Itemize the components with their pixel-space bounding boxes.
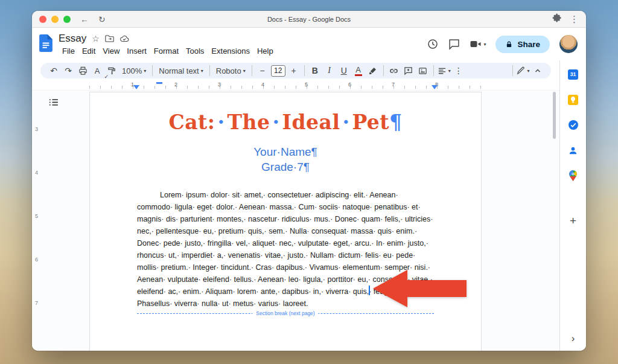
star-icon[interactable]: ☆ (92, 34, 100, 43)
tasks-icon[interactable] (568, 120, 579, 130)
menu-format[interactable]: Format (150, 46, 182, 56)
font-size-input[interactable]: 12 (271, 65, 285, 77)
maps-icon[interactable] (568, 170, 579, 181)
formatting-mark-dot: · (340, 110, 352, 134)
extensions-puzzle-icon[interactable] (552, 13, 562, 25)
browser-window: ← ↻ Docs - Essay - Google Docs ⋮ (32, 11, 586, 351)
vertical-scrollbar[interactable] (553, 92, 556, 139)
contacts-icon[interactable] (568, 145, 579, 156)
document-canvas: 3 4 5 6 7 Cat:·The·Ideal·Pet¶ Your·Name¶… (32, 91, 559, 351)
ruler-ticks (89, 86, 482, 89)
minimize-window-button[interactable] (51, 16, 59, 23)
comments-icon[interactable] (448, 39, 460, 50)
highlight-color-icon[interactable] (366, 63, 380, 78)
text-color-bar (355, 74, 362, 76)
zoom-window-button[interactable] (63, 16, 71, 23)
add-app-icon[interactable]: + (570, 215, 576, 226)
account-avatar[interactable] (559, 35, 578, 53)
menu-insert[interactable]: Insert (123, 46, 150, 56)
document-outline-icon[interactable] (49, 98, 59, 109)
section-break: Section break (next page) (137, 313, 434, 314)
menu-file[interactable]: File (59, 46, 78, 56)
formatting-mark-dot: · (270, 110, 282, 134)
menu-bar: File Edit View Insert Format Tools Exten… (59, 46, 277, 56)
toolbar-row: ↶ ↷ A ✓ 100% (32, 60, 559, 81)
formatting-mark-dot: · (215, 110, 227, 134)
print-icon[interactable] (75, 63, 90, 78)
menu-edit[interactable]: Edit (78, 46, 99, 56)
insert-link-icon[interactable] (387, 63, 401, 78)
decrease-font-size-icon[interactable]: − (255, 63, 270, 78)
text-cursor (369, 286, 370, 295)
text-color-button[interactable]: A (351, 63, 366, 78)
docs-logo-icon[interactable] (39, 34, 53, 54)
insert-image-icon[interactable] (416, 63, 430, 78)
share-button-label: Share (517, 40, 540, 49)
calendar-icon[interactable]: 31 (568, 69, 579, 80)
calendar-day-label: 31 (568, 69, 578, 80)
document-title[interactable]: Essay (59, 33, 86, 45)
font-dropdown-icon: ▾ (243, 68, 246, 74)
menu-extensions[interactable]: Extensions (208, 46, 253, 56)
toolbar-more-icon[interactable]: ⋮ (451, 63, 466, 78)
section-break-label: Section break (next page) (252, 310, 318, 316)
tab-title: Docs - Essay - Google Docs (267, 16, 351, 23)
vruler-number: 6 (35, 257, 38, 263)
heading-word: Pet (352, 110, 389, 134)
align-left-icon[interactable]: ▾ (437, 63, 451, 78)
docs-header: Essay ☆ File Edit View Insert Format Too… (32, 28, 586, 60)
redo-icon[interactable]: ↷ (61, 63, 75, 78)
cloud-status-icon[interactable] (119, 35, 129, 42)
spellcheck-letter: A (95, 66, 100, 75)
formatting-mark-pilcrow: ¶ (389, 110, 403, 134)
undo-icon[interactable]: ↶ (46, 63, 61, 78)
main-area: ↶ ↷ A ✓ 100% (32, 60, 586, 351)
spellcheck-icon[interactable]: A ✓ (90, 63, 104, 78)
menu-view[interactable]: View (99, 46, 123, 56)
ruler-number: 6 (348, 81, 351, 88)
styles-select[interactable]: Normal text ▾ (156, 66, 206, 75)
hide-side-panel-icon[interactable]: › (572, 333, 575, 343)
toolbar-separator (209, 65, 210, 76)
keep-icon[interactable] (568, 94, 579, 105)
doc-heading: Cat:·The·Ideal·Pet¶ (137, 109, 434, 136)
reload-icon[interactable]: ↻ (98, 15, 106, 24)
lock-icon (505, 40, 513, 48)
menu-tools[interactable]: Tools (182, 46, 208, 56)
document-page[interactable]: Cat:·The·Ideal·Pet¶ Your·Name¶ Grade·7¶ … (89, 92, 482, 351)
menu-help[interactable]: Help (253, 46, 277, 56)
desktop-background: ← ↻ Docs - Essay - Google Docs ⋮ (0, 0, 618, 364)
hide-menus-icon[interactable] (530, 63, 545, 78)
back-icon[interactable]: ← (80, 15, 89, 24)
right-indent-marker[interactable] (432, 85, 438, 89)
video-call-icon[interactable]: ▾ (470, 39, 486, 49)
browser-menu-icon[interactable]: ⋮ (570, 14, 579, 25)
zoom-select[interactable]: 100% ▾ (119, 66, 149, 75)
video-call-dropdown-icon[interactable]: ▾ (483, 42, 486, 47)
bold-button[interactable]: B (308, 63, 322, 78)
spellcheck-check: ✓ (104, 74, 109, 80)
add-comment-icon[interactable] (401, 63, 416, 78)
zoom-dropdown-icon: ▾ (144, 68, 146, 74)
ruler-number: 4 (261, 81, 264, 88)
toolbar-separator (252, 65, 252, 76)
share-button[interactable]: Share (495, 36, 550, 53)
close-window-button[interactable] (39, 16, 46, 23)
editing-mode-icon[interactable]: ▾ (516, 63, 530, 78)
editing-mode-dropdown-icon: ▾ (527, 68, 529, 74)
vruler-number: 5 (35, 213, 38, 219)
side-panel: 31 (559, 60, 586, 351)
italic-button[interactable]: I (322, 63, 337, 78)
move-folder-icon[interactable] (105, 35, 114, 42)
version-history-icon[interactable] (427, 38, 439, 50)
font-select[interactable]: Roboto ▾ (213, 66, 249, 75)
text-color-letter: A (355, 66, 361, 74)
ruler-number: 5 (305, 81, 308, 88)
toolbar-separator (383, 65, 384, 76)
first-line-indent-marker[interactable] (156, 82, 162, 84)
toolbar-separator (433, 65, 434, 76)
left-indent-marker[interactable] (133, 85, 139, 89)
toolbar-separator (304, 65, 305, 76)
increase-font-size-icon[interactable]: + (287, 63, 301, 78)
underline-button[interactable]: U (337, 63, 351, 78)
